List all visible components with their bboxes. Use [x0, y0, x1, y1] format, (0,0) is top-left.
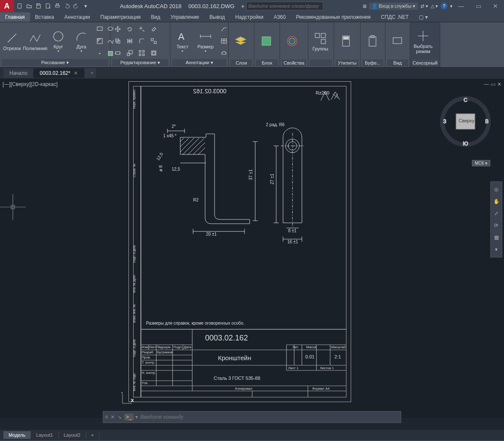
arc-button[interactable]: Дуга▾	[71, 29, 92, 54]
svg-rect-22	[143, 54, 144, 56]
qat-undo-icon[interactable]	[63, 2, 71, 10]
scale-icon[interactable]	[124, 47, 135, 59]
polyline-button[interactable]: Полилиния	[25, 30, 45, 52]
drawing-front-view: 2* 1 x45 * 12,5 ø 8 12,5 R2 20 ±1 37 ±1	[150, 107, 270, 240]
tab-home[interactable]: Главная	[0, 12, 30, 22]
panel-edit-title[interactable]: Редактирование ▾	[112, 59, 168, 66]
tab-spds[interactable]: СПДС .NET	[376, 12, 414, 22]
qat-print-icon[interactable]	[53, 2, 62, 10]
move-icon[interactable]	[112, 24, 123, 35]
trim-icon[interactable]	[136, 24, 147, 35]
mirror-icon[interactable]	[124, 36, 135, 47]
copy-icon[interactable]	[112, 36, 123, 47]
close-button[interactable]: ✕	[487, 0, 504, 12]
tab-insert[interactable]: Вставка	[30, 12, 60, 22]
cloud-icon[interactable]	[218, 48, 230, 59]
tab-annotate[interactable]: Аннотации	[59, 12, 95, 22]
search-input[interactable]	[246, 2, 323, 10]
rect-icon[interactable]	[94, 23, 105, 34]
nav-zoom-icon[interactable]: ⤢	[491, 207, 502, 219]
text-button[interactable]: AТекст▾	[172, 29, 193, 54]
line-button[interactable]: Отрезок	[2, 30, 22, 52]
vp-max-icon[interactable]: ▭	[491, 81, 495, 87]
tab-a360[interactable]: A360	[268, 12, 291, 22]
minimize-button[interactable]: —	[453, 0, 470, 12]
groups-button[interactable]: Группы	[310, 31, 331, 52]
vp-min-icon[interactable]: —	[484, 81, 489, 87]
panel-utils-title: Утилиты	[336, 59, 358, 66]
panel-utils: Утилиты	[334, 22, 361, 67]
circle-button[interactable]: Круг▾	[48, 29, 69, 54]
block-button[interactable]	[256, 33, 277, 50]
viewport-label[interactable]: [—][Сверху][2D-каркас]	[3, 81, 58, 87]
qat-dropdown-icon[interactable]: ▾	[81, 2, 90, 10]
erase-icon[interactable]	[148, 24, 159, 35]
tab-featured[interactable]: Рекомендованные приложения	[291, 12, 376, 22]
panel-annot-title[interactable]: Аннотации ▾	[172, 59, 227, 66]
signin-button[interactable]: 👤 Вход в службы ▾	[369, 3, 418, 10]
array-icon[interactable]	[136, 47, 147, 59]
rotate-icon[interactable]	[124, 24, 135, 35]
tab-extra-icon[interactable]: ▢ ▾	[414, 12, 432, 22]
point-icon[interactable]	[94, 48, 105, 59]
viewcube[interactable]: С Ю З В Сверху	[440, 96, 491, 147]
layouttab-layout2[interactable]: Layout2	[59, 431, 86, 439]
a360-icon[interactable]: △ ▾	[431, 3, 438, 9]
qat-saveas-icon[interactable]	[44, 2, 52, 10]
vp-close-icon[interactable]: ✕	[497, 81, 501, 87]
layers-button[interactable]	[230, 33, 251, 50]
title-right-group: ⊞ 👤 Вход в службы ▾ ⇄ ▾ △ ▾ ? ▾	[363, 3, 453, 10]
command-line[interactable]: ≡ ✕ ↘ >_ ▾	[103, 411, 401, 423]
explode-icon[interactable]	[148, 36, 159, 47]
drawing-canvas[interactable]: [—][Сверху][2D-каркас] — ▭ ✕ С Ю З В Све…	[0, 79, 504, 418]
qat-new-icon[interactable]	[15, 2, 24, 10]
filetab-add-button[interactable]: +	[84, 68, 97, 78]
utilities-button[interactable]	[336, 33, 356, 50]
svg-point-35	[291, 40, 293, 42]
qat-save-icon[interactable]	[34, 2, 43, 10]
panel-draw-title[interactable]: Рисование ▾	[2, 59, 108, 66]
help-icon[interactable]: ?	[441, 3, 447, 9]
infocenter-icon[interactable]: ⊞	[363, 3, 367, 9]
cmdline-close-icon[interactable]: ✕	[110, 414, 115, 420]
filetab-drawing[interactable]: 0003.02.162*✕	[34, 68, 84, 78]
fillet-icon[interactable]	[136, 36, 147, 47]
svg-text:2*: 2*	[172, 124, 176, 129]
filetab-start[interactable]: Начало	[3, 68, 34, 78]
tab-view[interactable]: Вид	[146, 12, 166, 22]
svg-text:ø 8: ø 8	[158, 165, 163, 172]
nav-pan-icon[interactable]: ✋	[491, 195, 502, 207]
properties-button[interactable]	[282, 33, 302, 50]
qat-redo-icon[interactable]	[72, 2, 81, 10]
touch-select-button[interactable]: Выбрать режим	[412, 28, 434, 55]
nav-showmo-icon[interactable]: ▦	[491, 231, 502, 243]
viewcube-face-label[interactable]: Сверху	[459, 118, 474, 123]
maximize-button[interactable]: ▭	[470, 0, 487, 12]
filetab-close-icon[interactable]: ✕	[74, 70, 78, 76]
hatch-icon[interactable]	[94, 36, 105, 47]
nav-expand-icon[interactable]: ▾	[491, 243, 502, 255]
qat-open-icon[interactable]	[25, 2, 33, 10]
layouttab-model[interactable]: Модель	[3, 431, 31, 439]
stretch-icon[interactable]	[112, 47, 123, 59]
tab-parametric[interactable]: Параметризация	[95, 12, 146, 22]
command-input[interactable]	[140, 414, 399, 420]
offset-icon[interactable]	[148, 47, 159, 59]
wcs-badge[interactable]: МСК ▾	[472, 160, 490, 166]
leader-icon[interactable]	[218, 23, 230, 34]
layouttab-layout1[interactable]: Layout1	[31, 431, 58, 439]
table-icon[interactable]	[218, 36, 230, 47]
tab-manage[interactable]: Управление	[165, 12, 204, 22]
layouttab-add[interactable]: +	[86, 431, 99, 439]
nav-fullnav-icon[interactable]: ◎	[491, 184, 502, 195]
dimension-button[interactable]: Размер▾	[195, 29, 216, 54]
nav-orbit-icon[interactable]: ⟳	[491, 219, 502, 231]
clipboard-button[interactable]	[362, 33, 383, 50]
app-logo[interactable]: A	[0, 0, 14, 12]
cmdline-handle-icon[interactable]: ≡	[105, 414, 108, 420]
cmdline-recent-icon[interactable]: ↘	[117, 414, 122, 420]
exchange-icon[interactable]: ⇄ ▾	[420, 3, 428, 9]
tab-addins[interactable]: Надстройки	[230, 12, 268, 22]
view-button[interactable]	[387, 33, 408, 50]
tab-output[interactable]: Вывод	[204, 12, 230, 22]
